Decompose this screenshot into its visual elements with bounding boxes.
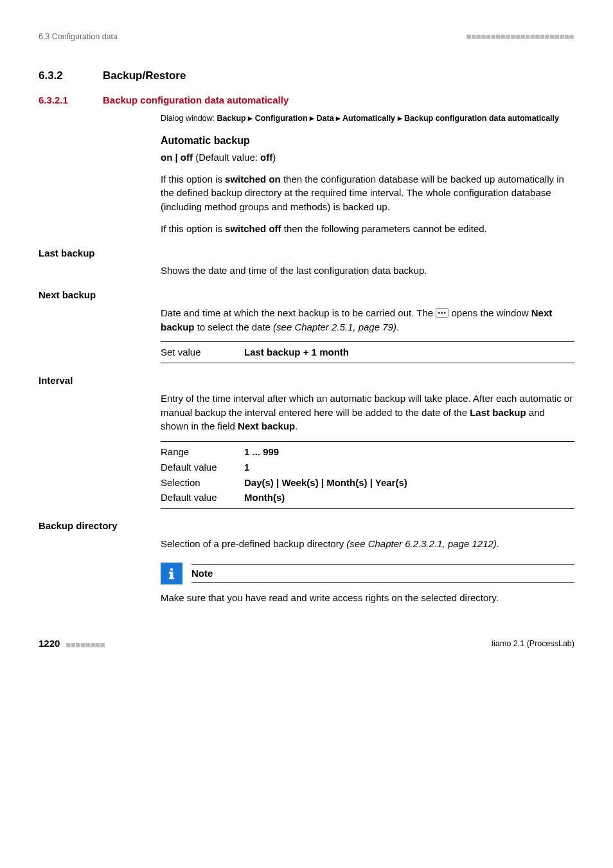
on-off-default-close: ) [272,152,276,163]
set-value-key: Set value [161,345,244,359]
header-decoration: ■■■■■■■■■■■■■■■■■■■■■■ [466,32,574,42]
page-header: 6.3 Configuration data ■■■■■■■■■■■■■■■■■… [39,31,574,42]
table-row: Set value Last backup + 1 month [161,345,574,360]
subsection-number: 6.3.2.1 [39,93,103,107]
section-6-3-2-1: 6.3.2.1 Backup configuration data automa… [39,93,574,107]
svg-rect-2 [169,572,172,574]
note-block: Note Make sure that you have read and wr… [161,563,574,605]
note-header: Note [161,563,574,584]
note-text: Make sure that you have read and write a… [161,591,574,605]
note-title: Note [191,564,574,583]
on-off-values: on | off [161,152,193,163]
dialog-path: Backup ▸ Configuration ▸ Data ▸ Automati… [217,114,559,123]
last-backup-text: Shows the date and time of the last conf… [161,264,574,278]
interval-text: Entry of the time interval after which a… [161,392,574,433]
field-last-backup: Last backup [39,246,574,260]
subsection-title: Backup configuration data automatically [103,93,574,107]
page-footer: 1220 ■■■■■■■■ tiamo 2.1 (ProcessLab) [39,637,574,651]
default2-key: Default value [161,491,244,505]
interval-table: Range 1 ... 999 Default value 1 Selectio… [161,441,574,509]
backup-directory-label: Backup directory [39,519,161,533]
set-value-val: Last backup + 1 month [244,345,574,359]
default1-val: 1 [244,460,574,475]
section-title: Backup/Restore [103,68,574,84]
interval-label: Interval [39,374,161,388]
table-row: Default value Month(s) [161,490,574,505]
automatic-backup-heading: Automatic backup [161,133,574,148]
ellipsis-icon: ••• [436,308,449,318]
dialog-prefix: Dialog window: [161,114,217,123]
switched-on-paragraph: If this option is switched on then the c… [161,172,574,214]
section-number: 6.3.2 [39,68,103,84]
footer-decoration: ■■■■■■■■ [66,640,105,649]
next-backup-table: Set value Last backup + 1 month [161,341,574,363]
last-backup-label: Last backup [39,246,161,260]
table-row: Range 1 ... 999 [161,444,574,460]
footer-left: 1220 ■■■■■■■■ [39,637,105,651]
next-backup-text: Date and time at which the next backup i… [161,306,574,334]
field-interval: Interval [39,374,574,388]
field-next-backup: Next backup [39,288,574,302]
dialog-window-path: Dialog window: Backup ▸ Configuration ▸ … [161,113,574,124]
range-key: Range [161,445,244,459]
next-backup-label: Next backup [39,288,161,302]
breadcrumb: 6.3 Configuration data [39,31,118,42]
on-off-line: on | off (Default value: off) [161,150,574,165]
info-icon [161,563,182,584]
backup-directory-text: Selection of a pre-defined backup direct… [161,537,574,551]
range-val: 1 ... 999 [244,445,574,459]
table-row: Default value 1 [161,460,574,475]
selection-val: Day(s) | Week(s) | Month(s) | Year(s) [244,476,574,490]
section-6-3-2: 6.3.2 Backup/Restore [39,68,574,84]
default2-val: Month(s) [244,491,574,505]
page-number: 1220 [39,638,60,649]
svg-point-0 [170,568,173,570]
footer-product: tiamo 2.1 (ProcessLab) [492,638,574,649]
switched-off-paragraph: If this option is switched off then the … [161,222,574,236]
table-row: Selection Day(s) | Week(s) | Month(s) | … [161,475,574,491]
on-off-default-open: (Default value: [193,152,260,163]
field-backup-directory: Backup directory [39,519,574,533]
default1-key: Default value [161,460,244,475]
on-off-default-value: off [260,152,272,163]
selection-key: Selection [161,476,244,490]
svg-rect-3 [169,577,174,579]
